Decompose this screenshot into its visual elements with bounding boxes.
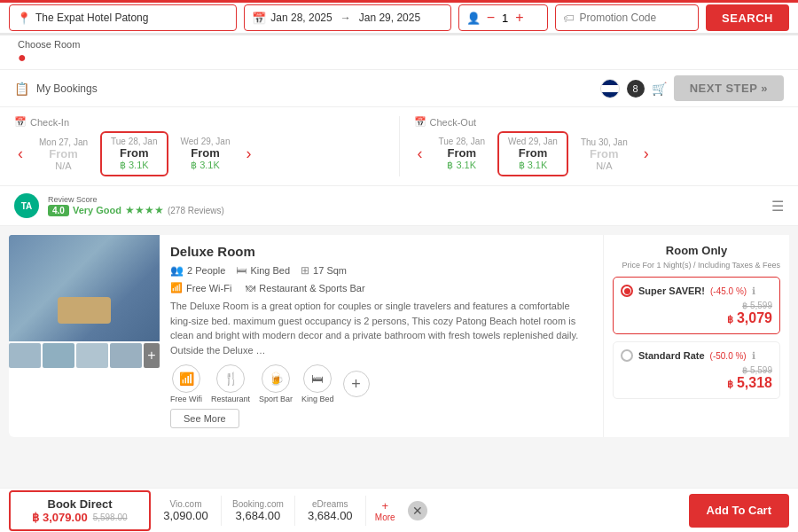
checkin-prev-button[interactable]: ‹: [14, 145, 27, 163]
date-field[interactable]: 📅 Jan 28, 2025 → Jan 29, 2025: [244, 4, 450, 31]
review-label: Review Score: [48, 195, 224, 204]
tripadvisor-logo: TA: [14, 193, 39, 218]
room-title: Deluxe Room: [170, 244, 592, 259]
checkin-next-button[interactable]: ›: [242, 145, 254, 163]
edreams-competitor: eDreams 3,684.00: [295, 496, 366, 526]
filter-icon[interactable]: ☰: [771, 198, 784, 215]
checkin-dates: ‹ Mon 27, Jan From N/A Tue 28, Jan From …: [14, 131, 385, 176]
next-step-button[interactable]: NEXT STEP »: [674, 75, 784, 101]
super-saver-discount: (-45.0 %): [710, 286, 747, 296]
vio-competitor: Vio.com 3,090.00: [151, 496, 222, 526]
cart-icon[interactable]: 🛒: [652, 82, 667, 96]
book-direct-price: ฿ 3,079.00: [32, 511, 87, 524]
choose-room-label: Choose Room: [18, 39, 80, 50]
standard-rate-discount: (-50.0 %): [710, 351, 747, 361]
more-competitors-button[interactable]: + More: [366, 496, 404, 526]
thumbnail-1[interactable]: [9, 343, 41, 368]
room-thumbnails: +: [9, 343, 160, 368]
checkout-next-button[interactable]: ›: [640, 145, 653, 163]
step-indicator: ●: [18, 50, 27, 65]
language-selector[interactable]: [600, 79, 620, 98]
book-direct-original-price: 5,598.00: [93, 512, 128, 522]
location-icon: 📍: [17, 12, 31, 25]
hotel-field[interactable]: 📍 The Expat Hotel Patong: [9, 4, 237, 31]
room-icon-sportbar: 🍺 Sport Bar: [259, 364, 293, 403]
room-icons-row: 📶 Free Wifi 🍴 Restaurant 🍺 Sport Bar 🛏 K…: [170, 364, 592, 403]
review-score-badge: 4.0: [48, 205, 69, 216]
room-main-image[interactable]: [9, 235, 160, 341]
room-description: The Deluxe Room is a great option for co…: [170, 299, 592, 357]
standard-rate-name: Standard Rate: [638, 350, 705, 361]
guests-field: 👤 − 1 +: [458, 4, 549, 31]
checkout-day-2[interactable]: Thu 30, Jan From N/A: [572, 134, 637, 175]
room-image-placeholder: [9, 235, 160, 341]
promo-field[interactable]: 🏷: [555, 4, 699, 31]
room-images: +: [9, 235, 160, 437]
thumbnail-4[interactable]: [110, 343, 142, 368]
pricing-title: Room Only: [613, 244, 780, 257]
add-to-cart-button[interactable]: Add To Cart: [689, 494, 789, 528]
checkout-calendar: 📅 Check-Out ‹ Tue 28, Jan From ฿ 3.1K We…: [399, 116, 785, 176]
checkout-date: Jan 29, 2025: [359, 12, 420, 24]
thumbnail-2[interactable]: [43, 343, 74, 368]
review-bar: TA Review Score 4.0 Very Good ★★★★ (278 …: [0, 186, 798, 226]
checkin-day-1[interactable]: Tue 28, Jan From ฿ 3.1K: [100, 131, 168, 176]
standard-rate-radio: [621, 349, 633, 362]
main-content: + Deluxe Room 👥 2 People 🛏 King Bed ⊞ 17…: [0, 226, 798, 446]
bottom-bar: Book Direct ฿ 3,079.00 5,598.00 Vio.com …: [0, 488, 798, 532]
checkin-day-0[interactable]: Mon 27, Jan From N/A: [30, 134, 97, 175]
cart-count-badge: 8: [627, 80, 645, 98]
room-bed-type: 🛏 King Bed: [236, 264, 290, 277]
guests-icon: 👤: [466, 12, 481, 25]
room-icon-wifi: 📶 Free Wifi: [170, 364, 202, 403]
wifi-icon: 📶: [170, 282, 183, 293]
promo-input[interactable]: [579, 12, 691, 24]
guests-controls: − 1 +: [485, 11, 526, 25]
more-photos-button[interactable]: +: [144, 343, 160, 368]
review-count: (278 Reviews): [168, 206, 224, 215]
pricing-panel: Room Only Price For 1 Night(s) / Includi…: [603, 235, 789, 437]
standard-rate-info-icon: ℹ: [752, 350, 755, 362]
tag-icon: 🏷: [563, 12, 575, 25]
capacity-icon: 👥: [170, 264, 184, 277]
hotel-input[interactable]: The Expat Hotel Patong: [35, 12, 229, 24]
review-score: 4.0 Very Good ★★★★ (278 Reviews): [48, 204, 224, 216]
super-saver-name: Super SAVER!: [638, 286, 705, 296]
checkin-calendar: 📅 Check-In ‹ Mon 27, Jan From N/A Tue 28…: [14, 116, 399, 176]
checkout-day-0[interactable]: Tue 28, Jan From ฿ 3.1K: [430, 133, 494, 175]
standard-rate-header: Standard Rate (-50.0 %) ℹ: [621, 349, 772, 362]
close-competitors-button[interactable]: ✕: [408, 501, 427, 520]
super-saver-rate[interactable]: Super SAVER! (-45.0 %) ℹ ฿ 5,599 ฿ 3,079: [613, 277, 780, 334]
room-meta: 👥 2 People 🛏 King Bed ⊞ 17 Sqm: [170, 264, 592, 277]
room-card: + Deluxe Room 👥 2 People 🛏 King Bed ⊞ 17…: [9, 235, 789, 437]
room-details: Deluxe Room 👥 2 People 🛏 King Bed ⊞ 17 S…: [160, 235, 603, 437]
review-info: Review Score 4.0 Very Good ★★★★ (278 Rev…: [48, 195, 224, 216]
calendar-section: 📅 Check-In ‹ Mon 27, Jan From N/A Tue 28…: [0, 107, 798, 186]
choose-room-bar: Choose Room ●: [0, 35, 798, 70]
restaurant-icon: 🍽: [246, 283, 255, 293]
thumbnail-3[interactable]: [76, 343, 108, 368]
see-more-button[interactable]: See More: [170, 409, 239, 428]
book-direct-title: Book Direct: [48, 497, 113, 511]
more-label: More: [375, 512, 395, 522]
flag-uk: [601, 79, 619, 98]
checkout-prev-button[interactable]: ‹: [414, 145, 426, 163]
checkin-day-2[interactable]: Wed 29, Jan From ฿ 3.1K: [172, 133, 239, 175]
decrease-guests-button[interactable]: −: [485, 11, 497, 25]
guests-count: 1: [502, 12, 508, 25]
calendar-icon: 📅: [252, 12, 266, 25]
checkout-day-1[interactable]: Wed 29, Jan From ฿ 3.1K: [497, 131, 568, 176]
increase-guests-button[interactable]: +: [513, 11, 525, 25]
checkin-calendar-icon: 📅: [14, 116, 27, 128]
review-stars: ★★★★: [125, 204, 164, 216]
super-saver-price: ฿ 5,599 ฿ 3,079: [621, 301, 772, 326]
bookings-bar: 📋 My Bookings 8 🛒 NEXT STEP »: [0, 70, 798, 107]
date-arrow: →: [340, 12, 351, 24]
book-direct-price-row: ฿ 3,079.00 5,598.00: [32, 511, 127, 524]
standard-rate[interactable]: Standard Rate (-50.0 %) ℹ ฿ 5,599 ฿ 5,31…: [613, 341, 780, 399]
book-direct-panel: Book Direct ฿ 3,079.00 5,598.00: [9, 490, 151, 531]
checkout-calendar-label: Check-Out: [430, 117, 477, 128]
bookings-label: My Bookings: [36, 82, 593, 95]
search-button[interactable]: SEARCH: [706, 4, 789, 31]
more-amenities-button[interactable]: +: [343, 371, 370, 397]
